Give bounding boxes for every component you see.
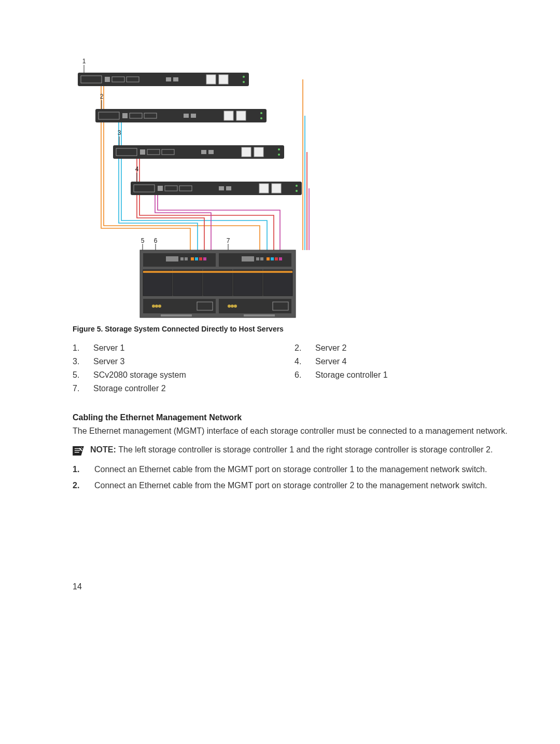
section-heading: Cabling the Ethernet Management Network bbox=[73, 413, 508, 422]
steps-list: Connect an Ethernet cable from the MGMT … bbox=[73, 464, 508, 491]
svg-rect-7 bbox=[173, 77, 178, 81]
figure-legend: 1. Server 1 2. Server 2 3. Server 3 4. S… bbox=[73, 343, 508, 393]
svg-rect-70 bbox=[203, 270, 232, 296]
legend-num: 3. bbox=[73, 357, 85, 366]
svg-point-23 bbox=[260, 117, 262, 119]
note-label: NOTE: bbox=[90, 445, 118, 454]
svg-point-81 bbox=[231, 305, 234, 308]
callout-5: 5 bbox=[141, 237, 145, 244]
callout-4: 4 bbox=[135, 166, 139, 173]
legend-text: Server 3 bbox=[93, 357, 286, 366]
svg-rect-61 bbox=[242, 256, 254, 261]
svg-rect-20 bbox=[224, 111, 233, 120]
svg-rect-63 bbox=[260, 257, 263, 260]
svg-rect-59 bbox=[199, 257, 202, 260]
note-block: NOTE: The left storage controller is sto… bbox=[73, 444, 508, 456]
svg-point-82 bbox=[234, 305, 237, 308]
svg-point-77 bbox=[155, 305, 158, 308]
svg-rect-73 bbox=[143, 271, 292, 273]
connection-diagram: 1 2 bbox=[73, 57, 316, 322]
callout-3: 3 bbox=[118, 129, 121, 136]
legend-text: Server 2 bbox=[315, 343, 508, 353]
section-intro: The Ethernet management (MGMT) interface… bbox=[73, 425, 508, 437]
note-icon bbox=[73, 446, 84, 456]
svg-rect-18 bbox=[184, 114, 189, 118]
svg-rect-32 bbox=[242, 147, 251, 157]
svg-rect-15 bbox=[122, 113, 128, 118]
svg-point-10 bbox=[243, 76, 245, 78]
legend-text: Storage controller 1 bbox=[315, 370, 508, 380]
callout-7: 7 bbox=[227, 237, 230, 244]
svg-rect-58 bbox=[195, 257, 198, 260]
svg-rect-64 bbox=[267, 257, 270, 260]
figure-container: 1 2 bbox=[73, 57, 316, 333]
svg-point-34 bbox=[278, 148, 280, 150]
svg-rect-8 bbox=[206, 75, 216, 84]
svg-rect-72 bbox=[263, 270, 292, 296]
svg-rect-55 bbox=[180, 257, 184, 260]
legend-num: 4. bbox=[295, 357, 307, 366]
svg-rect-9 bbox=[219, 75, 228, 84]
legend-num: 1. bbox=[73, 343, 85, 353]
svg-rect-54 bbox=[166, 256, 178, 261]
svg-rect-42 bbox=[219, 186, 224, 190]
note-body: The left storage controller is storage c… bbox=[118, 445, 493, 454]
svg-point-35 bbox=[278, 154, 280, 156]
page-number: 14 bbox=[73, 582, 82, 591]
svg-rect-6 bbox=[166, 77, 171, 81]
svg-rect-66 bbox=[275, 257, 278, 260]
svg-rect-60 bbox=[203, 257, 206, 260]
step-item: Connect an Ethernet cable from the MGMT … bbox=[73, 464, 508, 475]
svg-point-46 bbox=[296, 185, 298, 187]
svg-rect-30 bbox=[201, 150, 206, 154]
svg-point-11 bbox=[243, 81, 245, 83]
legend-num: 2. bbox=[295, 343, 307, 353]
callout-1: 1 bbox=[82, 58, 86, 65]
svg-point-78 bbox=[158, 305, 161, 308]
svg-rect-62 bbox=[256, 257, 259, 260]
svg-point-80 bbox=[228, 305, 231, 308]
svg-rect-68 bbox=[143, 270, 172, 296]
callout-2: 2 bbox=[100, 93, 104, 100]
figure-caption: Figure 5. Storage System Connected Direc… bbox=[73, 325, 316, 333]
legend-num: 5. bbox=[73, 370, 85, 380]
svg-marker-86 bbox=[73, 446, 84, 456]
svg-rect-56 bbox=[185, 257, 188, 260]
legend-text: Storage controller 2 bbox=[93, 384, 286, 393]
legend-text: SCv2080 storage system bbox=[93, 370, 286, 380]
svg-rect-21 bbox=[236, 111, 246, 120]
svg-rect-57 bbox=[191, 257, 194, 260]
legend-num: 6. bbox=[295, 370, 307, 380]
svg-rect-31 bbox=[208, 150, 214, 154]
callout-6: 6 bbox=[154, 237, 158, 244]
svg-rect-27 bbox=[140, 149, 145, 155]
svg-rect-44 bbox=[259, 184, 269, 193]
svg-point-47 bbox=[296, 190, 298, 192]
svg-rect-67 bbox=[279, 257, 282, 260]
step-item: Connect an Ethernet cable from the MGMT … bbox=[73, 480, 508, 491]
svg-rect-19 bbox=[191, 114, 196, 118]
svg-rect-84 bbox=[161, 314, 192, 316]
legend-text: Server 4 bbox=[315, 357, 508, 366]
svg-rect-71 bbox=[233, 270, 262, 296]
svg-rect-39 bbox=[158, 186, 163, 191]
note-text: NOTE: The left storage controller is sto… bbox=[90, 444, 493, 456]
svg-rect-43 bbox=[226, 186, 231, 190]
svg-rect-69 bbox=[173, 270, 202, 296]
svg-rect-45 bbox=[272, 184, 281, 193]
svg-rect-85 bbox=[244, 314, 275, 316]
svg-rect-33 bbox=[254, 147, 263, 157]
svg-point-76 bbox=[152, 305, 155, 308]
svg-point-22 bbox=[260, 112, 262, 114]
svg-rect-65 bbox=[271, 257, 274, 260]
legend-num: 7. bbox=[73, 384, 85, 393]
legend-text: Server 1 bbox=[93, 343, 286, 353]
svg-rect-3 bbox=[105, 77, 110, 82]
